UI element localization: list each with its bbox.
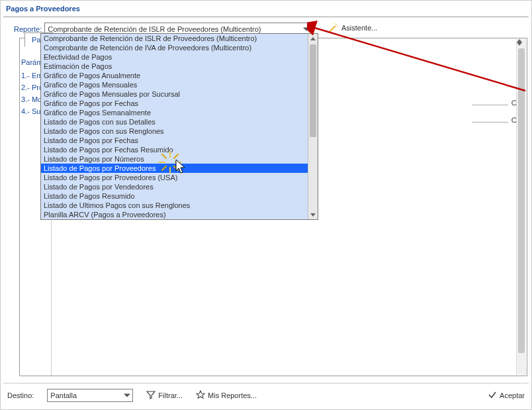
scroll-up-icon[interactable] [308, 34, 318, 43]
svg-point-1 [337, 26, 338, 27]
report-option[interactable]: Listado de Pagos por Proveedores [41, 164, 308, 173]
filtrar-button[interactable]: Filtrar... [146, 390, 183, 401]
report-option[interactable]: Estimación de Pagos [41, 62, 308, 71]
report-option[interactable]: Listado de Pagos por Fechas [41, 136, 308, 145]
destino-label: Destino: [7, 391, 34, 399]
report-option[interactable]: Gráfico de Pagos Mensuales por Sucursal [41, 89, 308, 99]
scroll-down-icon[interactable] [517, 42, 526, 46]
report-option[interactable]: Gráfico de Pagos Anualmente [41, 71, 308, 80]
report-option[interactable]: Listado de Pagos por Proveedores (USA) [41, 173, 308, 182]
destino-select[interactable]: Pantalla [47, 389, 133, 402]
svg-point-2 [333, 23, 335, 24]
window-title: Pagos a Proveedores [3, 1, 529, 17]
report-option[interactable]: Listado de Pagos con sus Detalles [41, 117, 308, 127]
aceptar-button[interactable]: Aceptar [488, 390, 525, 401]
svg-point-0 [335, 24, 337, 25]
star-icon [196, 390, 205, 401]
report-option[interactable]: Listado de Pagos Resumido [41, 191, 308, 201]
scroll-down-icon[interactable] [308, 210, 318, 219]
report-option[interactable]: Listado de Pagos por Fechas Resumido [41, 145, 308, 154]
report-option[interactable]: Listado de Ultimos Pagos con sus Renglon… [41, 201, 308, 210]
report-dropdown-list: Comprobante de Retención de ISLR de Prov… [41, 34, 308, 219]
report-option[interactable]: Grafico de Pagos Mensuales [41, 80, 308, 89]
asistente-label: Asistente... [341, 24, 377, 32]
scroll-thumb[interactable] [310, 44, 316, 137]
dropdown-scrollbar[interactable] [308, 34, 318, 219]
report-option[interactable]: Comprobante de Retención de IVA de Prove… [41, 43, 308, 52]
search-field-2[interactable] [472, 122, 508, 123]
report-option[interactable]: Efectividad de Pagos [41, 52, 308, 62]
search-field-1[interactable] [472, 105, 508, 105]
aceptar-label: Aceptar [500, 391, 525, 399]
report-dropdown[interactable]: Comprobante de Retención de ISLR de Prov… [40, 33, 318, 220]
report-option[interactable]: Gráfico de Pagos Semanalmente [41, 108, 308, 117]
panel-scrollbar[interactable] [516, 39, 526, 375]
mis-reportes-button[interactable]: Mis Reportes... [196, 390, 257, 401]
report-option[interactable]: Planilla ARCV (Pagos a Proveedores) [41, 210, 308, 219]
wand-icon [328, 22, 339, 34]
report-option[interactable]: Listado de Pagos por Números [41, 154, 308, 164]
scroll-thumb[interactable] [518, 48, 525, 353]
report-selected-text: Comprobante de Retención de ISLR de Prov… [48, 25, 261, 33]
mis-reportes-label: Mis Reportes... [208, 391, 257, 399]
report-option[interactable]: Listado de Pagos por Vendedores [41, 182, 308, 191]
chevron-down-icon [124, 393, 130, 397]
report-option[interactable]: Comprobante de Retención de ISLR de Prov… [41, 34, 308, 43]
filtrar-label: Filtrar... [158, 391, 183, 399]
asistente-button[interactable]: Asistente... [328, 22, 377, 34]
footer-bar: Destino: Pantalla Filtrar... Mis Reporte… [3, 383, 529, 407]
report-option[interactable]: Gráfico de Pagos por Fechas [41, 99, 308, 108]
funnel-icon [146, 390, 155, 401]
check-icon [488, 390, 497, 401]
report-option[interactable]: Listado de Pagos con sus Renglones [41, 127, 308, 136]
destino-selected-text: Pantalla [50, 391, 77, 399]
chevron-down-icon [303, 28, 310, 31]
